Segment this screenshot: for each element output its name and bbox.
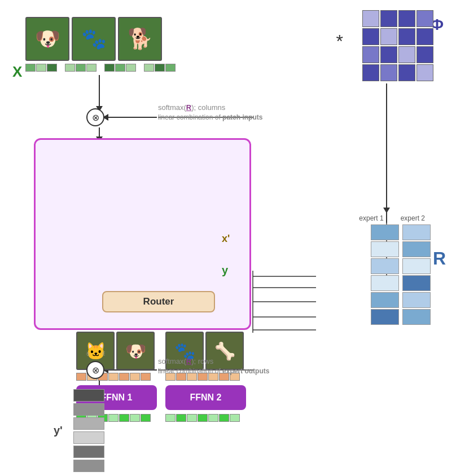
diagram-container: X 🐶 🐾 🐕 Φ (0, 0, 456, 476)
yprime-row (73, 446, 104, 458)
patch-cell (165, 64, 176, 72)
patch-cell (176, 414, 186, 422)
yprime-cell (73, 417, 104, 430)
multiply-operator: * (336, 31, 343, 52)
r-cell (402, 224, 431, 240)
phi-cell (362, 10, 379, 27)
r-cell (371, 275, 399, 291)
yprime-row (73, 389, 104, 402)
phi-cell (380, 10, 397, 27)
softmax-rows-r-ref: R (186, 357, 191, 365)
xprime-label: x' (222, 233, 230, 245)
patch-cell (141, 414, 151, 422)
r-cell (371, 292, 399, 308)
svg-marker-5 (383, 208, 390, 213)
patch-group-4 (144, 64, 176, 72)
patch-cell (187, 414, 197, 422)
expert-labels-row: expert 1 expert 2 (359, 214, 425, 222)
phi-matrix (362, 10, 433, 81)
patch-cell (47, 64, 57, 72)
patch-cell (198, 414, 208, 422)
yprime-row (73, 431, 104, 444)
dog-image-1: 🐶 (25, 17, 69, 61)
yprime-cell (73, 403, 104, 416)
patch-group-2 (65, 64, 97, 72)
ffnn-2-box: FFNN 2 (165, 385, 246, 410)
patch-cell (25, 64, 36, 72)
r-col-2 (402, 224, 431, 325)
patch-cell (141, 373, 151, 381)
r-cell (402, 258, 431, 274)
phi-cell (416, 28, 433, 45)
patch-cell (65, 64, 75, 72)
patch-cell (119, 414, 129, 422)
y-patches-2 (165, 414, 240, 422)
phi-cell (398, 10, 415, 27)
patch-cell (155, 64, 165, 72)
patch-cell (76, 373, 86, 381)
patch-cell (86, 64, 97, 72)
r-cell (371, 241, 399, 257)
patch-cell (126, 64, 136, 72)
softmax-rows-label: softmax(R); rows (158, 357, 213, 365)
phi-cell (362, 28, 379, 45)
r-cell (402, 309, 431, 325)
r-cell (371, 309, 399, 325)
phi-cell (398, 28, 415, 45)
r-cell (402, 241, 431, 257)
r-col-1 (371, 224, 399, 325)
yprime-row (73, 403, 104, 416)
patch-cell (144, 64, 154, 72)
yprime-cell (73, 446, 104, 458)
phi-cell (398, 46, 415, 63)
r-cell (402, 275, 431, 291)
r-label: R (433, 248, 446, 269)
patch-cell (36, 64, 46, 72)
dog-image-2: 🐾 (72, 17, 116, 61)
phi-cell (380, 64, 397, 81)
phi-cell (380, 28, 397, 45)
patch-cell (108, 373, 119, 381)
yprime-cell (73, 389, 104, 402)
r-cell (402, 292, 431, 308)
patch-cell (230, 414, 240, 422)
dog-image-3: 🐕 (118, 17, 162, 61)
moe-box: Router 🐱 🐶 🐾 🦴 (34, 138, 251, 330)
patch-cell (130, 414, 140, 422)
phi-cell (416, 64, 433, 81)
patch-group-3 (104, 64, 136, 72)
softmax-rows-sublabel: linear combination of expert outputs (158, 367, 269, 375)
r-matrix (371, 224, 431, 325)
softmax-r-ref: R (186, 103, 191, 112)
phi-cell (380, 46, 397, 63)
softmax-cols-label: softmax(R); columns (158, 103, 225, 112)
phi-cell (362, 64, 379, 81)
patch-cell (104, 64, 115, 72)
patch-cell (76, 64, 86, 72)
yprime-matrix (73, 389, 104, 472)
phi-cell (398, 64, 415, 81)
y-label-inner: y (222, 264, 228, 277)
patch-cell (208, 414, 218, 422)
hadamard-product-bottom: ⊗ (86, 361, 104, 379)
yprime-row (73, 460, 104, 472)
yprime-cell (73, 460, 104, 472)
patch-cell (115, 64, 125, 72)
expert-outputs-text: expert outputs (222, 367, 269, 375)
input-images-row: 🐶 🐾 🐕 (25, 17, 162, 61)
patch-inputs-text: patch inputs (222, 113, 262, 121)
softmax-cols-sublabel: linear combination of patch inputs (158, 113, 262, 121)
yprime-row (73, 417, 104, 430)
expert1-img2: 🐶 (116, 332, 155, 370)
x-patch-row (25, 64, 176, 72)
phi-cell (362, 46, 379, 63)
yprime-cell (73, 431, 104, 444)
patch-cell (165, 414, 176, 422)
router-box: Router (102, 291, 215, 312)
patch-group-1 (25, 64, 57, 72)
r-cell (371, 258, 399, 274)
phi-cell (416, 46, 433, 63)
hadamard-product-top: ⊗ (86, 108, 104, 126)
expert1-label: expert 1 (359, 214, 383, 222)
patch-cell (108, 414, 119, 422)
